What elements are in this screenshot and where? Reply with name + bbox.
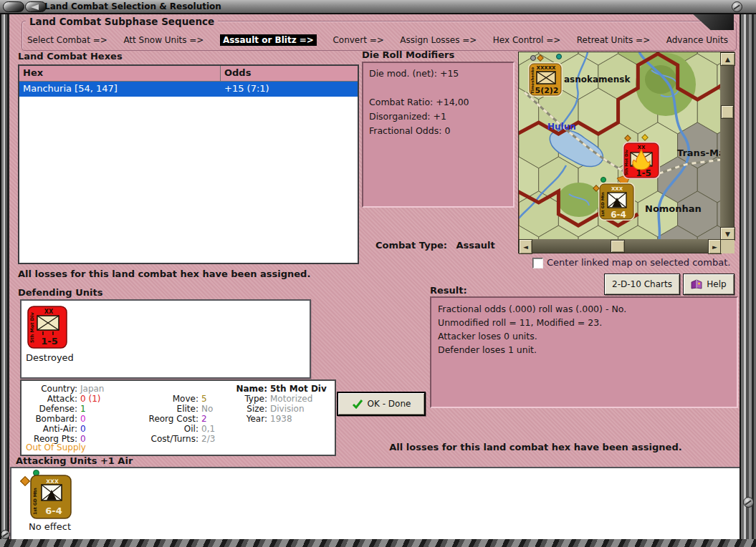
subphase-steps: Select Combat => Att Snow Units => Assau… <box>27 34 728 46</box>
svg-text:Timoshenko: Timoshenko <box>530 67 535 94</box>
table-header: Hex Odds <box>19 66 358 82</box>
svg-text:XXX: XXX <box>46 478 59 485</box>
attacker-status: No effect <box>29 521 71 532</box>
result-line: Unmodified roll = 11, Modified = 23. <box>438 316 730 329</box>
help-book-icon <box>691 279 702 289</box>
drm-fractional: Fractional Odds: 0 <box>369 124 507 138</box>
svg-text:1st GD Mtn: 1st GD Mtn <box>601 192 605 217</box>
step-advance-units: Advance Units <box>666 35 728 45</box>
minimize-arrow-icon <box>31 4 39 10</box>
map-unit-soviet-hq[interactable]: XXXXX 5(2)2 Timoshenko <box>529 63 562 96</box>
attacking-units-panel: XXX 6-4 1st GD Mtn No effect <box>10 467 743 541</box>
svg-text:5(2)2: 5(2)2 <box>535 86 558 95</box>
svg-text:XXX: XXX <box>611 186 623 192</box>
window-title: Land Combat Selection & Resolution <box>44 1 221 11</box>
step-assign-losses: Assign Losses => <box>400 35 477 45</box>
frame-left <box>0 13 9 539</box>
step-select-combat: Select Combat => <box>27 35 107 45</box>
map-label-region-south: Nomonhan <box>645 203 702 214</box>
screw-icon <box>1 530 10 539</box>
stats-column-2: Move:5 Elite:No Reorg Cost:2 Oil:0,1 Cos… <box>133 394 215 444</box>
frame-right <box>740 13 756 539</box>
defender-status: Destroyed <box>26 352 74 363</box>
col-hex: Hex <box>19 66 221 81</box>
help-button-label: Help <box>707 279 726 289</box>
center-map-checkbox[interactable] <box>532 258 543 268</box>
stats-column-3: Name:5th Mot Div Type:Motorized Size:Div… <box>235 384 327 424</box>
combat-hexes-title: Land Combat Hexes <box>18 51 123 62</box>
status-dot-orange <box>20 476 30 486</box>
attacker-unit-counter[interactable]: XXX 6-4 1st GD Mtn <box>30 475 72 519</box>
svg-text:1-5: 1-5 <box>41 336 58 347</box>
supply-status: Out Of Supply <box>26 442 86 452</box>
drm-panel: Die mod. (net): +15 Combat Ratio: +14,00… <box>362 62 515 208</box>
svg-text:5th Mot Div: 5th Mot Div <box>29 312 35 343</box>
defending-units-title: Defending Units <box>18 287 102 298</box>
titlebar: Land Combat Selection & Resolution <box>0 0 756 14</box>
result-title: Result: <box>430 285 467 296</box>
left-arrow-icon: ◄ <box>523 243 528 251</box>
map-vertical-scrollbar[interactable]: ▲ ▼ <box>720 52 734 239</box>
svg-text:XXXXX: XXXXX <box>537 65 557 71</box>
step-hex-control: Hex Control => <box>493 35 560 45</box>
screw-icon <box>732 1 742 12</box>
charts-button[interactable]: 2-D-10 Charts <box>604 274 680 295</box>
step-convert: Convert => <box>332 35 383 45</box>
losses-assigned-message: All losses for this land combat hex have… <box>18 268 310 279</box>
window-minimize-button[interactable] <box>25 1 47 12</box>
attacking-units-title: Attacking Units +1 Air <box>16 455 133 466</box>
drm-ratio: Combat Ratio: +14,00 <box>369 95 507 110</box>
scroll-left-button[interactable]: ◄ <box>519 239 532 254</box>
ok-done-label: OK - Done <box>368 399 411 409</box>
status-dot-teal <box>557 54 562 59</box>
frame-bottom <box>0 539 756 547</box>
losses-assigned-message-2: All losses for this land combat hex have… <box>330 442 742 452</box>
right-arrow-icon: ► <box>712 243 717 251</box>
subphase-title: Land Combat Subphase Sequence <box>26 16 218 27</box>
combat-type: Combat Type: Assault <box>375 240 495 251</box>
scroll-up-button[interactable]: ▲ <box>720 52 735 66</box>
map-canvas[interactable]: asnokamensk Hulun Trans-Man Nomonhan XXX… <box>519 52 720 239</box>
cell-odds: +15 (7:1) <box>221 82 358 97</box>
result-line: Fractional odds (.000) roll was (.000) -… <box>438 302 730 316</box>
svg-text:1st GD Mtn: 1st GD Mtn <box>32 488 37 515</box>
defending-units-panel: XX 1-5 5th Mot Div Destroyed <box>20 299 311 379</box>
charts-button-label: 2-D-10 Charts <box>612 279 672 289</box>
col-odds: Odds <box>221 66 358 81</box>
ok-done-button[interactable]: OK - Done <box>337 392 426 416</box>
step-retreat-units: Retreat Units => <box>577 35 650 45</box>
screw-icon <box>743 497 754 508</box>
map-label-city: asnokamensk <box>564 74 631 84</box>
help-button[interactable]: Help <box>683 274 735 295</box>
combat-type-value: Assault <box>456 240 495 251</box>
check-icon <box>352 399 363 409</box>
drm-net: Die mod. (net): +15 <box>369 67 507 81</box>
drm-title: Die Roll Modifiers <box>362 49 454 60</box>
svg-text:5th Mot Div: 5th Mot Div <box>624 149 628 175</box>
cell-hex: Manchuria [54, 147] <box>19 82 221 97</box>
vertical-scroll-thumb[interactable] <box>721 105 734 119</box>
defender-unit-counter[interactable]: XX 1-5 5th Mot Div <box>27 306 67 349</box>
map-unit-defender[interactable]: XX 1-5 5th Mot Div <box>623 142 659 178</box>
result-line: Attacker loses 0 units. <box>438 329 730 343</box>
unit-details-panel: Country:Japan Attack:0 (1) Defense:1 Bom… <box>20 379 336 456</box>
svg-text:XX: XX <box>44 309 54 315</box>
combat-type-label: Combat Type: <box>375 240 447 251</box>
land-combat-window: Land Combat Selection & Resolution Land … <box>0 0 756 547</box>
result-line: Defender loses 1 unit. <box>438 343 730 357</box>
map-label-lake: Hulun <box>547 122 576 132</box>
step-att-snow-units: Att Snow Units => <box>123 35 204 45</box>
window-menu-button[interactable] <box>3 1 24 12</box>
horizontal-scroll-thumb[interactable] <box>611 240 625 253</box>
map-unit-attacker[interactable]: XXX 6-4 1st GD Mtn <box>599 183 634 220</box>
linked-map[interactable]: asnokamensk Hulun Trans-Man Nomonhan XXX… <box>518 52 735 253</box>
center-map-checkbox-label: Center linked map on selected combat. <box>547 257 730 268</box>
map-horizontal-scrollbar[interactable]: ◄ ► <box>519 239 720 253</box>
scrollbar-corner <box>720 239 735 253</box>
svg-text:6-4: 6-4 <box>45 505 62 516</box>
table-row-selected[interactable]: Manchuria [54, 147] +15 (7:1) <box>19 82 358 97</box>
status-dot-gray <box>531 56 536 61</box>
combat-hexes-table: Hex Odds Manchuria [54, 147] +15 (7:1) <box>18 64 359 264</box>
svg-text:1-5: 1-5 <box>636 168 651 178</box>
step-assault-or-blitz: Assault or Blitz => <box>220 34 317 46</box>
